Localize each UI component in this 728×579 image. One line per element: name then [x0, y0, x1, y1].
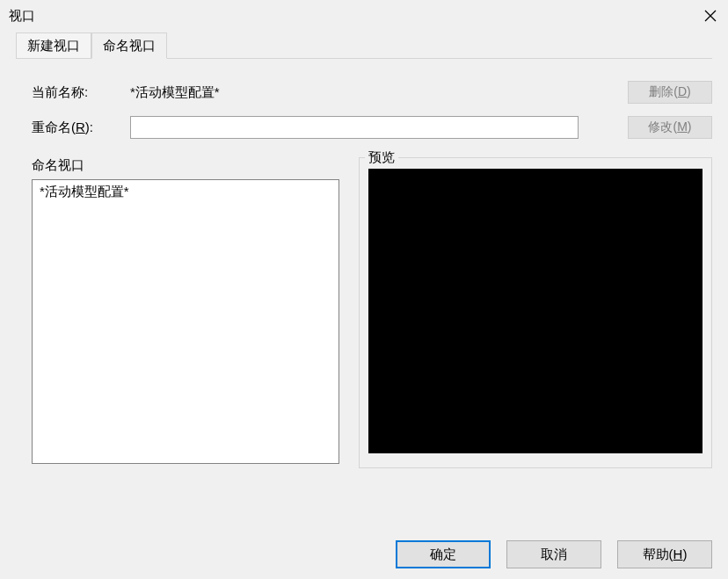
footer: 确定 取消 帮助(H) [396, 540, 712, 568]
current-name-label: 当前名称: [32, 84, 130, 101]
tabs-row: 新建视口 命名视口 [16, 32, 712, 59]
tab-new-viewport[interactable]: 新建视口 [16, 33, 91, 59]
window-title: 视口 [9, 8, 35, 25]
current-name-row: 当前名称: *活动模型配置* 删除(D) [32, 80, 712, 105]
current-name-value: *活动模型配置* [130, 84, 220, 101]
content-area: 当前名称: *活动模型配置* 删除(D) 重命名(R): 修改(M) 命名视口 … [0, 59, 728, 468]
preview-column: 预览 [359, 157, 712, 468]
preview-canvas [368, 169, 703, 453]
help-button[interactable]: 帮助(H) [617, 540, 712, 568]
rename-row: 重命名(R): 修改(M) [32, 115, 712, 140]
tabs-container: 新建视口 命名视口 [0, 32, 728, 59]
named-column: 命名视口 *活动模型配置* [32, 157, 339, 468]
list-item[interactable]: *活动模型配置* [40, 184, 331, 200]
named-section-label: 命名视口 [32, 157, 339, 174]
columns: 命名视口 *活动模型配置* 预览 [32, 157, 712, 468]
delete-button[interactable]: 删除(D) [628, 81, 712, 104]
tab-named-viewport[interactable]: 命名视口 [91, 33, 167, 59]
titlebar: 视口 [0, 0, 728, 32]
close-icon [704, 10, 717, 22]
close-button[interactable] [693, 0, 728, 32]
cancel-button[interactable]: 取消 [506, 540, 601, 568]
ok-button[interactable]: 确定 [396, 540, 491, 568]
preview-section-label: 预览 [365, 149, 398, 166]
rename-input[interactable] [130, 116, 579, 139]
named-listbox[interactable]: *活动模型配置* [32, 179, 339, 464]
modify-button[interactable]: 修改(M) [628, 116, 712, 139]
preview-frame: 预览 [359, 157, 712, 468]
rename-label: 重命名(R): [32, 119, 130, 136]
